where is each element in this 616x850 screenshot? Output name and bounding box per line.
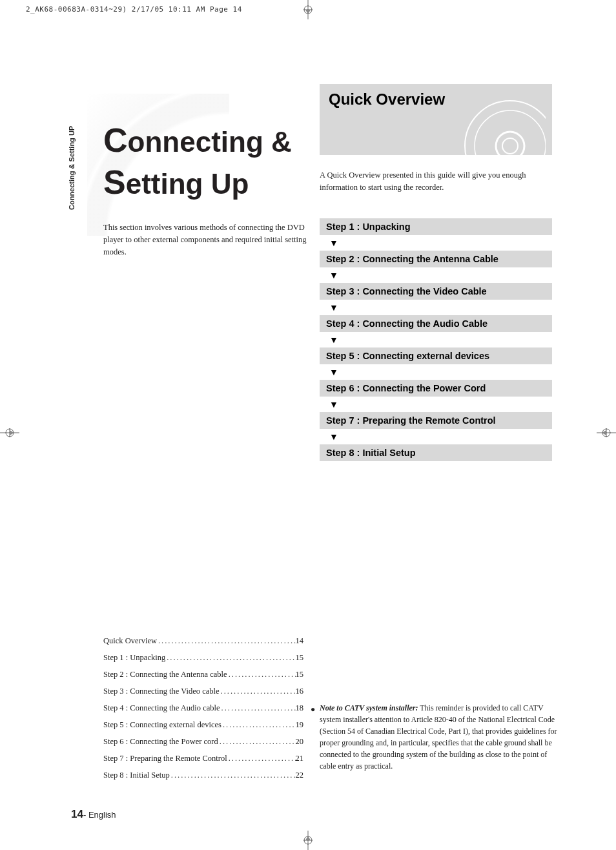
intro-paragraph: This section involves various methods of… <box>103 222 310 258</box>
svg-point-15 <box>502 138 518 154</box>
toc-page: 14 <box>296 636 304 646</box>
toc-dots: ........................................… <box>218 737 296 747</box>
svg-point-12 <box>465 101 546 159</box>
toc-label: Step 5 : Connecting external devices <box>103 720 221 730</box>
down-arrow-icon: ▼ <box>320 364 552 380</box>
toc-row: Step 6 : Connecting the Power cord .....… <box>103 737 303 747</box>
toc-label: Step 4 : Connecting the Audio cable <box>103 703 220 713</box>
toc-row: Step 3 : Connecting the Video cable ....… <box>103 687 303 696</box>
toc-dots: ........................................… <box>220 703 296 713</box>
down-arrow-icon: ▼ <box>320 429 552 444</box>
crop-mark-icon <box>298 831 318 850</box>
step-bar: Step 1 : Unpacking <box>320 218 552 235</box>
section-title: Connecting & Setting Up <box>103 119 310 203</box>
toc-label: Step 8 : Initial Setup <box>103 771 170 780</box>
toc-dots: ........................................… <box>165 653 295 663</box>
down-arrow-icon: ▼ <box>320 397 552 412</box>
page-lang: English <box>88 810 116 820</box>
toc-dots: ........................................… <box>157 636 296 646</box>
step-bar: Step 8 : Initial Setup <box>320 444 552 461</box>
toc-page: 22 <box>296 771 304 780</box>
toc-row: Step 4 : Connecting the Audio cable ....… <box>103 703 303 713</box>
page-dash: - <box>83 810 88 820</box>
toc-page: 16 <box>296 687 304 696</box>
crop-mark-icon <box>0 423 19 442</box>
toc-page: 15 <box>296 653 304 663</box>
toc-page: 15 <box>296 670 304 679</box>
toc-label: Step 6 : Connecting the Power cord <box>103 737 218 747</box>
crop-mark-icon <box>597 423 616 442</box>
toc-row: Step 5 : Connecting external devices ...… <box>103 720 303 730</box>
page-number: 14 <box>71 808 83 820</box>
left-column: Connecting & Setting Up This section inv… <box>103 119 310 258</box>
quick-overview-description: A Quick Overview presented in this guide… <box>320 169 552 194</box>
page-content: Connecting & Setting UP Connecting & Set… <box>48 36 568 818</box>
toc-label: Step 7 : Preparing the Remote Control <box>103 754 227 763</box>
disc-icon <box>452 98 546 159</box>
step-bar: Step 5 : Connecting external devices <box>320 347 552 364</box>
title-rest: etting Up <box>126 168 249 200</box>
toc-row: Step 1 : Unpacking .....................… <box>103 653 303 663</box>
note-body: This reminder is provided to call CATV s… <box>320 703 557 771</box>
step-bar: Step 4 : Connecting the Audio Cable <box>320 315 552 332</box>
bullet-icon: ● <box>311 703 315 715</box>
toc-page: 18 <box>296 703 304 713</box>
toc-dots: ........................................… <box>227 754 296 763</box>
step-bar: Step 7 : Preparing the Remote Control <box>320 412 552 429</box>
down-arrow-icon: ▼ <box>320 332 552 347</box>
print-header: 2_AK68-00683A-0314~29) 2/17/05 10:11 AM … <box>26 5 242 14</box>
step-bar: Step 3 : Connecting the Video Cable <box>320 283 552 300</box>
catv-note: ● Note to CATV system installer: This re… <box>320 702 560 772</box>
right-column: Quick Overview A Quick Overview presente… <box>320 84 552 461</box>
title-cap: S <box>103 163 126 201</box>
side-tab-label: Connecting & Setting UP <box>68 126 76 210</box>
step-bar: Step 6 : Connecting the Power Cord <box>320 380 552 397</box>
svg-point-13 <box>475 110 546 159</box>
page-footer: 14- English <box>71 808 116 821</box>
toc-label: Quick Overview <box>103 636 157 646</box>
title-cap: C <box>103 121 128 159</box>
steps-list: Step 1 : Unpacking ▼ Step 2 : Connecting… <box>320 218 552 461</box>
title-rest: onnecting & <box>128 126 292 158</box>
crop-mark-icon <box>298 0 318 19</box>
toc-row: Step 2 : Connecting the Antenna cable ..… <box>103 670 303 679</box>
toc-label: Step 3 : Connecting the Video cable <box>103 687 220 696</box>
toc-dots: ........................................… <box>170 771 296 780</box>
toc-dots: ........................................… <box>220 687 296 696</box>
toc-dots: ........................................… <box>221 720 296 730</box>
down-arrow-icon: ▼ <box>320 235 552 251</box>
note-lead: Note to CATV system installer: <box>320 703 418 712</box>
toc-page: 19 <box>296 720 304 730</box>
down-arrow-icon: ▼ <box>320 300 552 315</box>
toc-label: Step 2 : Connecting the Antenna cable <box>103 670 227 679</box>
toc-row: Quick Overview .........................… <box>103 636 303 646</box>
toc-row: Step 8 : Initial Setup .................… <box>103 771 303 780</box>
table-of-contents: Quick Overview .........................… <box>103 636 303 787</box>
quick-overview-header: Quick Overview <box>320 84 552 155</box>
step-bar: Step 2 : Connecting the Antenna Cable <box>320 251 552 267</box>
svg-point-14 <box>496 132 524 159</box>
toc-page: 20 <box>296 737 304 747</box>
toc-label: Step 1 : Unpacking <box>103 653 165 663</box>
toc-page: 21 <box>296 754 304 763</box>
toc-row: Step 7 : Preparing the Remote Control ..… <box>103 754 303 763</box>
down-arrow-icon: ▼ <box>320 267 552 283</box>
toc-dots: ........................................… <box>227 670 296 679</box>
